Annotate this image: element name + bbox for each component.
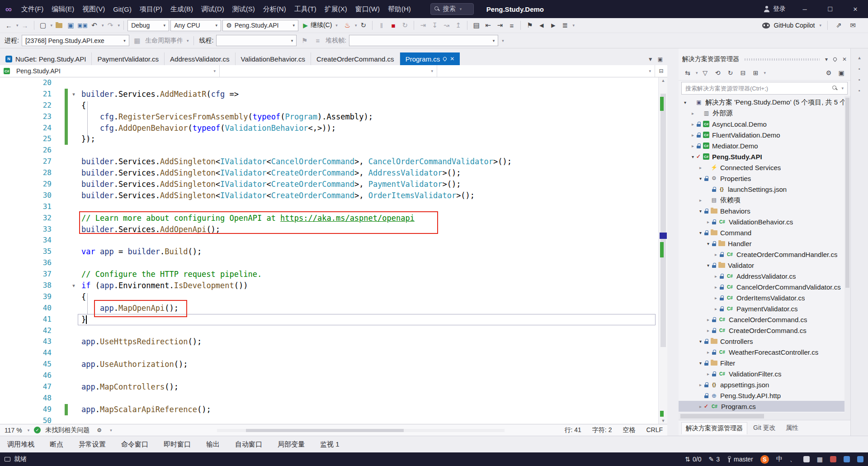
menu-item-8[interactable]: 分析(N): [259, 0, 290, 18]
bottom-tab-2[interactable]: 异常设置: [79, 440, 106, 449]
document-tab-program-cs[interactable]: Program.cs✕: [400, 52, 460, 65]
previous-bookmark-button[interactable]: ◀: [536, 20, 547, 31]
line-number[interactable]: 33: [0, 224, 52, 235]
tree-item-cancelordercommandvalidator-cs[interactable]: ▸C#CancelOrderCommandValidator.cs: [679, 281, 850, 292]
tree-item-weatherforecastcontroller-cs[interactable]: ▸C#WeatherForecastController.cs: [679, 347, 850, 357]
panel-splitter[interactable]: [667, 48, 679, 436]
expand-arrow-icon[interactable]: ▸: [704, 219, 712, 224]
code-line-46[interactable]: 46: [0, 370, 667, 381]
code-line-21[interactable]: 21▾builder.Services.AddMediatR(cfg =>: [0, 89, 667, 100]
code-editor[interactable]: 2021▾builder.Services.AddMediatR(cfg =>2…: [0, 77, 667, 424]
tree-item-addressvalidator-cs[interactable]: ▸C#AddressValidator.cs: [679, 271, 850, 281]
file-nesting-button[interactable]: ⊞: [750, 68, 761, 78]
navigate-back-button[interactable]: ←: [4, 20, 14, 31]
document-tab-addressvalidator-cs[interactable]: AddressValidator.cs: [165, 52, 235, 65]
line-number[interactable]: 49: [0, 404, 52, 415]
code-line-35[interactable]: 35var app = builder.Build();: [0, 246, 667, 257]
chevron-down-icon[interactable]: ▾: [764, 71, 766, 75]
editor-horizontal-scrollbar[interactable]: [217, 429, 505, 432]
keyboard-icon[interactable]: ▦: [817, 456, 823, 463]
line-number[interactable]: 43: [0, 336, 52, 347]
code-line-25[interactable]: 25});: [0, 133, 667, 145]
navigate-forward-button[interactable]: →: [20, 20, 30, 31]
line-number[interactable]: 47: [0, 381, 52, 393]
chevron-down-icon[interactable]: ▾: [102, 23, 104, 28]
tree-item-command[interactable]: ▾Command: [679, 227, 850, 238]
expand-arrow-icon[interactable]: ▸: [712, 285, 720, 290]
tree-item-program-cs[interactable]: ▸✓C#Program.cs: [679, 401, 850, 412]
chevron-down-icon[interactable]: ▾: [110, 428, 112, 433]
tray-app-icon[interactable]: S: [760, 455, 769, 464]
menu-item-7[interactable]: 测试(S): [228, 0, 259, 18]
ime-mode-button[interactable]: 中: [776, 455, 783, 463]
pending-changes-filter-button[interactable]: ▽: [700, 68, 711, 78]
titlebar-search-box[interactable]: 搜索 ▾: [430, 3, 474, 15]
expand-arrow-icon[interactable]: ▸: [697, 198, 704, 203]
code-line-26[interactable]: 26: [0, 145, 667, 156]
line-number[interactable]: 22: [0, 100, 52, 111]
menu-item-0[interactable]: 文件(F): [17, 0, 47, 18]
step-over-button[interactable]: ↝: [441, 20, 452, 31]
process-dropdown[interactable]: [23768] Peng.Study.API.exe▾: [22, 35, 129, 46]
collapse-arrow-icon[interactable]: ▾: [697, 230, 704, 235]
line-number[interactable]: 36: [0, 257, 52, 269]
expand-arrow-icon[interactable]: ▸: [697, 165, 704, 170]
stack-frame-dropdown[interactable]: ▾: [349, 35, 498, 46]
step-into-button[interactable]: ↧: [429, 20, 440, 31]
line-comment-button[interactable]: ⇤: [483, 20, 493, 31]
pin-icon[interactable]: [832, 57, 837, 62]
toggle-bookmark-button[interactable]: ⚑: [524, 20, 535, 31]
expand-arrow-icon[interactable]: ▸: [704, 317, 712, 322]
menu-item-12[interactable]: 帮助(H): [384, 0, 415, 18]
menu-item-11[interactable]: 窗口(W): [351, 0, 384, 18]
document-tab-nuget-peng-study-api[interactable]: NNuGet: Peng.Study.API: [0, 52, 92, 65]
bottom-tab-8[interactable]: 监视 1: [320, 440, 340, 449]
menu-item-10[interactable]: 扩展(X): [321, 0, 351, 18]
scroll-up-icon[interactable]: ▴: [858, 55, 861, 61]
tree-item-mediator-demo[interactable]: ▸C#Mediator.Demo: [679, 140, 850, 151]
copilot-label[interactable]: GitHub Copilot: [774, 22, 815, 29]
solution-search-input[interactable]: [682, 85, 829, 92]
chevron-down-icon[interactable]: ▾: [118, 23, 120, 28]
collapse-arrow-icon[interactable]: ▾: [681, 100, 689, 105]
active-files-dropdown-icon[interactable]: ▼: [648, 56, 653, 62]
expand-arrow-icon[interactable]: ▸: [689, 143, 697, 148]
collapse-arrow-icon[interactable]: ▾: [697, 176, 704, 181]
ime-punctuation-button[interactable]: 、: [790, 455, 796, 463]
save-all-button[interactable]: ▣▣: [77, 20, 88, 31]
line-number[interactable]: 46: [0, 370, 52, 381]
tree-item-launchsettings-json[interactable]: {}launchSettings.json: [679, 184, 850, 195]
toolbar-overflow-chevron[interactable]: ▾: [502, 38, 504, 43]
minimize-button[interactable]: ─: [792, 0, 817, 18]
solution-platform-dropdown[interactable]: Any CPU▾: [170, 20, 221, 31]
scrollbar-thumb[interactable]: [845, 98, 849, 288]
tree-item-解决方案-peng-study-demo-5-个项目-共-5-个[interactable]: ▾▣解决方案 'Peng.Study.Demo' (5 个项目, 共 5 个: [679, 97, 850, 108]
code-line-42[interactable]: 42: [0, 325, 667, 337]
zoom-level-dropdown[interactable]: 117 %: [5, 427, 22, 434]
chevron-down-icon[interactable]: ▾: [696, 71, 698, 75]
code-line-43[interactable]: 43app.UseHttpsRedirection();: [0, 336, 667, 347]
editor-vertical-scrollbar[interactable]: ▲ ▼: [658, 77, 667, 424]
tree-item-behaviors[interactable]: ▾Behaviors: [679, 205, 850, 216]
code-fix-icon[interactable]: ⚙: [94, 425, 104, 436]
close-icon[interactable]: ✕: [842, 56, 847, 62]
column-indicator[interactable]: 字符: 2: [592, 426, 612, 434]
menu-item-2[interactable]: 视图(V): [78, 0, 109, 18]
expand-arrow-icon[interactable]: ▸: [689, 133, 697, 138]
chevron-down-icon[interactable]: ▾: [28, 428, 30, 433]
tree-item-filter[interactable]: ▾Filter: [679, 357, 850, 368]
code-line-31[interactable]: 31: [0, 201, 667, 213]
collapsed-tool-window-icon[interactable]: ▪: [859, 66, 860, 71]
properties-button[interactable]: ⚙: [823, 68, 834, 78]
tree-item-appsettings-json[interactable]: ▸{}appsettings.json: [679, 379, 850, 390]
code-line-41[interactable]: 41}: [0, 314, 667, 325]
code-line-47[interactable]: 47app.MapControllers();: [0, 381, 667, 393]
line-number[interactable]: 25: [0, 133, 52, 145]
open-file-button[interactable]: [54, 20, 64, 31]
pause-button[interactable]: ‖: [376, 20, 387, 31]
tree-item-asynclocal-demo[interactable]: ▸C#AsyncLocal.Demo: [679, 119, 850, 129]
code-line-40[interactable]: 40 app.MapOpenApi();: [0, 303, 667, 314]
hot-reload-button[interactable]: ♨: [342, 20, 353, 31]
code-line-27[interactable]: 27builder.Services.AddSingleton<IValidat…: [0, 156, 667, 167]
expand-arrow-icon[interactable]: ▸: [712, 274, 720, 279]
